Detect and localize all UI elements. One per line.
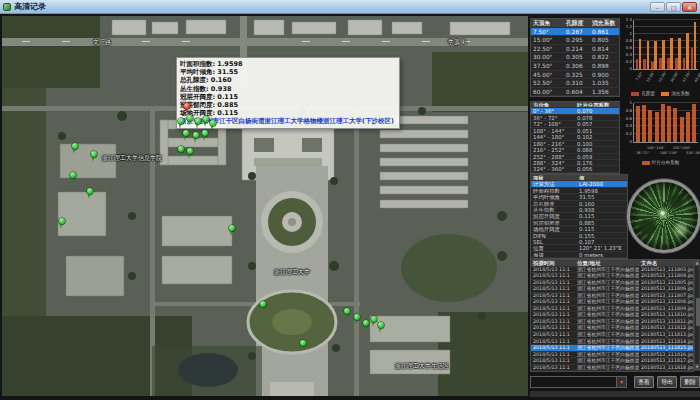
table-row[interactable]: 60.00°0.6041.356 <box>531 88 619 97</box>
legend-label: 叶片分布系数 <box>652 160 680 165</box>
table-cell: 20180513_111817.jpg <box>639 358 693 364</box>
file-filter-input[interactable] <box>531 377 616 387</box>
y-tick-label: 1.4 <box>626 18 632 22</box>
map-place-label: 文汇路 <box>93 39 111 45</box>
map[interactable]: 叶面积指数: 1.9598平均叶倾角: 31.55总孔隙度: 0.160丛生指数… <box>2 16 528 396</box>
table-row[interactable]: 2018/5/13 11:1浙江省杭州市江干区白杨街道20180513_1118… <box>531 365 693 372</box>
table-cell: 108° - 144° <box>531 128 575 133</box>
table-row[interactable]: 45.00°0.3250.900 <box>531 71 619 80</box>
delete-button[interactable]: 删除 <box>680 376 700 388</box>
table-cell: 浙江省杭州市江干区白杨街道 <box>575 325 639 331</box>
green-map-pin[interactable] <box>187 148 194 159</box>
minimize-button[interactable]: – <box>650 2 665 12</box>
scrollbar-thumb[interactable] <box>696 298 700 326</box>
parameters-table[interactable]: 项目值计算方法LAI-2000叶面积指数1.9598平均叶倾角31.55总孔隙度… <box>530 174 628 259</box>
green-map-pin[interactable] <box>183 130 190 141</box>
window-titlebar: 高清记录 – ▢ ✕ <box>0 0 700 14</box>
table-row[interactable]: 37.50°0.3060.898 <box>531 62 619 71</box>
bar <box>654 41 657 69</box>
table-row[interactable]: 15.00°0.2950.805 <box>531 36 619 45</box>
green-map-pin[interactable] <box>363 320 370 331</box>
table-cell: 20180513_111813.jpg <box>639 332 693 338</box>
view-button[interactable]: 查看 <box>634 376 654 388</box>
table-cell: 22.50° <box>531 45 564 53</box>
column-header: 方位角 <box>531 102 575 107</box>
table-cell: 0 meters <box>577 252 627 257</box>
azimuth-angle-table[interactable]: 方位角叶片分布系数0° - 36°0.07036° - 72°0.07872° … <box>530 101 620 174</box>
green-map-pin[interactable] <box>354 314 361 325</box>
table-cell: 位置 <box>531 245 577 250</box>
bar-group <box>692 103 697 142</box>
table-cell: 0.822 <box>590 53 619 61</box>
table-cell: 浙江省杭州市江干区白杨街道 <box>575 319 639 325</box>
table-cell: 20180513_111809.jpg <box>639 306 693 312</box>
bar <box>686 33 689 69</box>
green-map-pin[interactable] <box>178 118 185 129</box>
maximize-button[interactable]: ▢ <box>666 2 681 12</box>
table-cell: 浙江省杭州市江干区白杨街道 <box>575 345 639 351</box>
scroll-down-arrow-icon[interactable]: ▼ <box>695 364 699 370</box>
green-map-pin[interactable] <box>371 316 378 327</box>
table-cell: 丛生指数 <box>531 207 577 212</box>
table-row[interactable]: 30.00°0.3050.822 <box>531 53 619 62</box>
green-map-pin[interactable] <box>203 116 210 127</box>
table-row[interactable]: 22.50°0.2140.814 <box>531 45 619 54</box>
table-cell: 0.898 <box>590 62 619 70</box>
green-map-pin[interactable] <box>70 172 77 183</box>
table-cell: 31.55 <box>577 194 627 199</box>
table-cell: 0.287 <box>564 28 590 36</box>
green-map-pin[interactable] <box>195 118 202 129</box>
export-button[interactable]: 导出 <box>657 376 677 388</box>
table-cell: 0.160 <box>577 201 627 206</box>
window-title: 高清记录 <box>14 3 46 11</box>
azimuth-chart-xaxis: 36°-72°108°-144°180°-216°252°-288°324°-3… <box>633 146 698 158</box>
azimuth-chart-legend: 叶片分布系数 <box>621 160 700 165</box>
table-row[interactable]: 7.50°0.2870.861 <box>531 28 619 37</box>
popup-stat-line: 冠层郁闭度: 0.885 <box>180 101 396 109</box>
green-map-pin[interactable] <box>344 308 351 319</box>
table-row[interactable]: 52.50°0.3101.035 <box>531 79 619 88</box>
green-map-pin[interactable] <box>210 120 217 131</box>
zenith-chart-legend: 孔隙度消光系数 <box>621 91 700 96</box>
dropdown-arrow-icon[interactable]: ▾ <box>616 377 626 387</box>
app-icon <box>3 3 11 11</box>
table-row[interactable]: 海拔0 meters <box>531 252 627 258</box>
green-map-pin[interactable] <box>178 146 185 157</box>
table-cell: 2018/5/13 11:1 <box>531 358 575 364</box>
table-cell: 2018/5/13 11:1 <box>531 312 575 318</box>
table-cell: 0.295 <box>564 36 590 44</box>
green-map-pin[interactable] <box>202 130 209 141</box>
table-cell: 浙江省杭州市江干区白杨街道 <box>575 299 639 305</box>
green-map-pin[interactable] <box>187 115 194 126</box>
green-map-pin[interactable] <box>260 301 267 312</box>
table-cell: 52.50° <box>531 79 564 87</box>
table-cell: 浙江省杭州市江干区白杨街道 <box>575 286 639 292</box>
green-map-pin[interactable] <box>229 225 236 236</box>
green-map-pin[interactable] <box>193 132 200 143</box>
file-list-scrollbar[interactable]: ▲ ▼ <box>694 259 700 371</box>
table-row[interactable]: 324° - 360°0.056 <box>531 166 619 172</box>
table-cell: 0.107 <box>577 239 627 244</box>
green-map-pin[interactable] <box>91 151 98 162</box>
green-map-pin[interactable] <box>87 188 94 199</box>
photo-files-table[interactable]: 拍摄时间位置/地址文件名2018/5/13 11:1浙江省杭州市江干区白杨街道2… <box>530 259 694 372</box>
red-map-pin[interactable] <box>184 103 191 114</box>
table-cell: 0.885 <box>577 220 627 225</box>
table-header-row: 天顶角孔隙度消光系数 <box>531 19 619 28</box>
green-map-pin[interactable] <box>59 218 66 229</box>
y-tick-label: 1 <box>629 32 632 36</box>
scroll-up-arrow-icon[interactable]: ▲ <box>695 260 699 266</box>
table-cell: 2018/5/13 11:1 <box>531 352 575 358</box>
table-cell: DIFN <box>531 233 577 238</box>
table-cell: 浙江省杭州市江干区白杨街道 <box>575 358 639 364</box>
table-cell: 0.057 <box>575 121 619 126</box>
green-map-pin[interactable] <box>378 322 385 333</box>
close-button[interactable]: ✕ <box>682 2 697 12</box>
green-map-pin[interactable] <box>72 143 79 154</box>
zenith-angle-table[interactable]: 天顶角孔隙度消光系数7.50°0.2870.86115.00°0.2950.80… <box>530 18 620 97</box>
y-tick-label: 1 <box>629 101 632 105</box>
table-cell: 20180513_111804.jpg <box>639 273 693 279</box>
file-filter-combobox[interactable]: ▾ <box>530 376 627 388</box>
bar <box>642 105 646 142</box>
green-map-pin[interactable] <box>300 340 307 351</box>
